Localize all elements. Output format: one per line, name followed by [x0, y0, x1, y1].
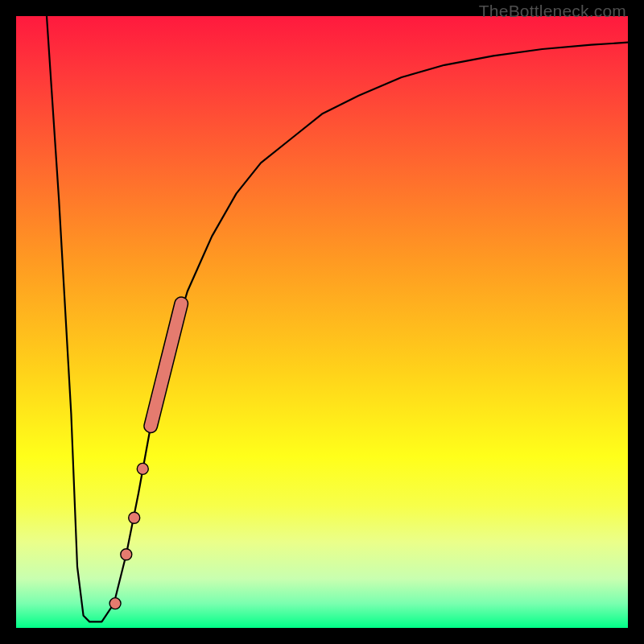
- plot-area: [16, 16, 628, 628]
- highlight-point-3: [109, 598, 121, 609]
- chart-frame: TheBottleneck.com: [0, 0, 644, 644]
- highlight-point-1: [129, 512, 140, 523]
- highlight-band: [151, 303, 181, 426]
- highlight-point-2: [137, 463, 148, 474]
- highlight-point-0: [121, 549, 132, 560]
- bottleneck-curve: [47, 16, 628, 621]
- curve-layer: [16, 16, 628, 628]
- watermark-text: TheBottleneck.com: [479, 2, 626, 21]
